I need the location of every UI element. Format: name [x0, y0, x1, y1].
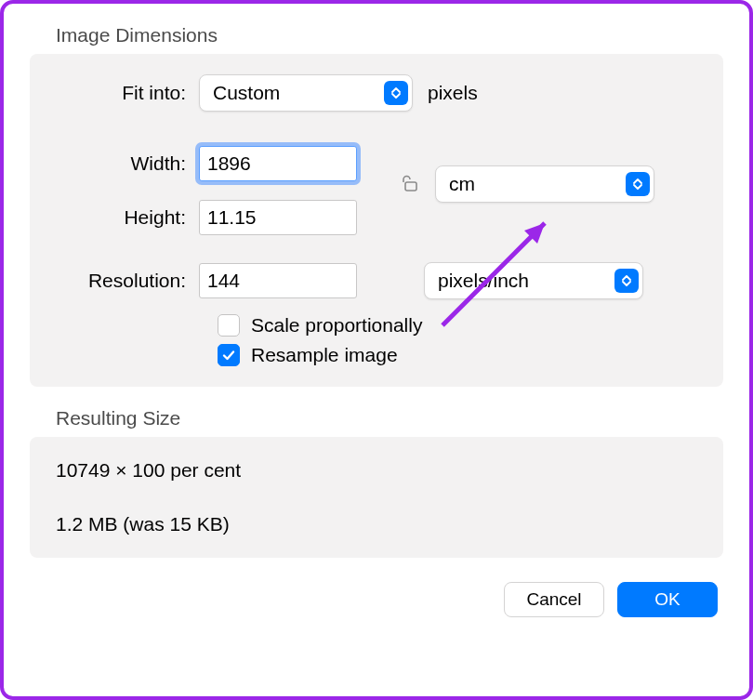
resolution-unit-value: pixels/inch — [438, 270, 529, 292]
ok-button[interactable]: OK — [617, 582, 718, 617]
resulting-size-panel: 10749 × 100 per cent 1.2 MB (was 15 KB) — [30, 437, 723, 558]
width-input[interactable] — [199, 146, 357, 181]
scale-proportionally-label: Scale proportionally — [251, 314, 422, 337]
scale-proportionally-checkbox[interactable] — [218, 314, 240, 337]
fit-into-unit: pixels — [428, 82, 478, 104]
fit-into-value: Custom — [213, 82, 280, 104]
height-input[interactable] — [199, 200, 357, 235]
lock-open-icon[interactable] — [400, 172, 424, 196]
chevron-updown-icon — [384, 81, 408, 105]
resample-image-checkbox[interactable] — [218, 344, 240, 366]
image-dimensions-panel: Fit into: Custom pixels Width: cm — [30, 54, 723, 387]
height-label: Height: — [50, 206, 199, 229]
resulting-size-title: Resulting Size — [30, 407, 723, 429]
cancel-button[interactable]: Cancel — [504, 582, 604, 617]
scale-proportionally-row: Scale proportionally — [50, 314, 703, 337]
image-dimensions-title: Image Dimensions — [30, 24, 723, 46]
resolution-input[interactable] — [199, 263, 357, 298]
resample-image-row: Resample image — [50, 344, 703, 366]
width-row: Width: cm — [50, 143, 703, 184]
width-label: Width: — [50, 152, 199, 175]
chevron-updown-icon — [626, 172, 650, 196]
dialog-buttons: Cancel OK — [30, 582, 723, 617]
dimensions-unit-value: cm — [449, 173, 475, 195]
fit-into-label: Fit into: — [50, 82, 199, 104]
fit-into-row: Fit into: Custom pixels — [50, 73, 703, 113]
resolution-row: Resolution: pixels/inch — [50, 260, 703, 301]
dimensions-unit-select[interactable]: cm — [435, 165, 654, 203]
chevron-updown-icon — [614, 269, 639, 293]
height-row: Height: — [50, 197, 703, 238]
resolution-unit-select[interactable]: pixels/inch — [424, 262, 643, 299]
result-size: 1.2 MB (was 15 KB) — [56, 513, 697, 535]
fit-into-select[interactable]: Custom — [199, 74, 413, 112]
resolution-label: Resolution: — [50, 270, 199, 292]
svg-rect-0 — [405, 182, 416, 191]
result-percent: 10749 × 100 per cent — [56, 459, 697, 482]
resample-image-label: Resample image — [251, 344, 398, 366]
